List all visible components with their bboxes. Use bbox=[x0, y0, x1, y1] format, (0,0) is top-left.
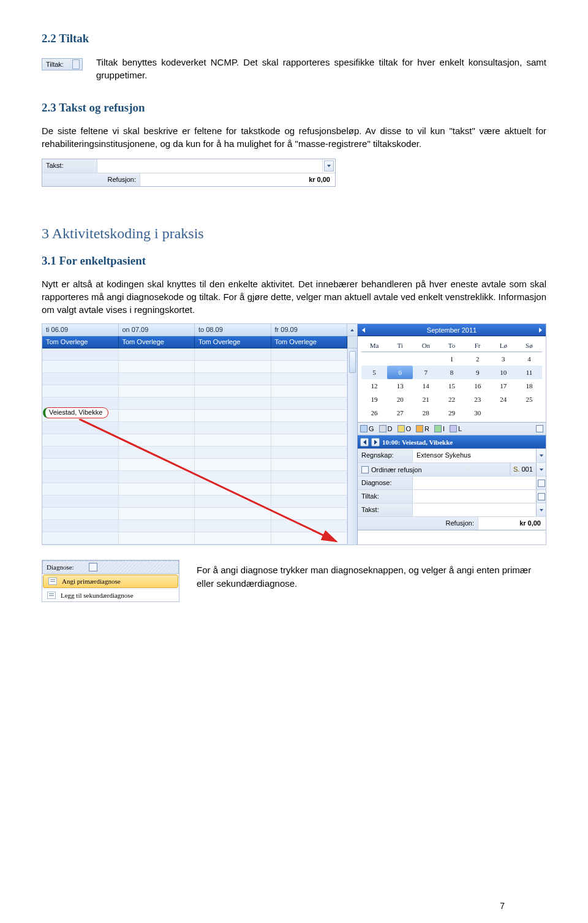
diagnose-input[interactable] bbox=[413, 477, 546, 489]
cal-day[interactable]: 24 bbox=[491, 393, 516, 406]
cal-day[interactable]: 28 bbox=[413, 406, 439, 420]
prev-appt-button[interactable] bbox=[360, 438, 369, 446]
cal-day[interactable]: 25 bbox=[516, 393, 542, 406]
calendar-grid[interactable]: Veiestad, Vibekke bbox=[42, 348, 347, 544]
cal-day[interactable] bbox=[387, 352, 413, 366]
cal-day[interactable]: 22 bbox=[439, 393, 464, 406]
cal-day[interactable]: 10 bbox=[491, 366, 516, 379]
cal-day[interactable]: 26 bbox=[361, 406, 387, 420]
cal-day[interactable]: 15 bbox=[439, 379, 464, 393]
cal-day[interactable]: 13 bbox=[387, 379, 413, 393]
takst-dropdown-button[interactable] bbox=[324, 160, 334, 171]
next-month-button[interactable] bbox=[535, 324, 546, 336]
appointment[interactable]: Veiestad, Vibekke bbox=[43, 407, 108, 418]
cal-day[interactable] bbox=[413, 352, 439, 366]
cal-day[interactable] bbox=[516, 406, 542, 420]
person-header[interactable]: Tom Overlege bbox=[42, 336, 119, 348]
day-header[interactable]: to 08.09 bbox=[195, 324, 271, 336]
type-icon bbox=[360, 425, 368, 432]
dropdown-button[interactable] bbox=[536, 503, 546, 516]
next-appt-button[interactable] bbox=[371, 438, 380, 446]
cal-day[interactable]: 27 bbox=[387, 406, 413, 420]
tiltak-input[interactable] bbox=[413, 490, 546, 503]
day-header[interactable]: fr 09.09 bbox=[271, 324, 348, 336]
menu-button-icon[interactable] bbox=[89, 563, 97, 571]
scrollbar-thumb[interactable] bbox=[349, 351, 356, 373]
settings-button[interactable] bbox=[536, 425, 543, 432]
person-header[interactable]: Tom Overlege bbox=[119, 336, 195, 348]
vertical-scrollbar[interactable] bbox=[347, 348, 357, 544]
ordinar-label: Ordinær refusjon bbox=[371, 466, 422, 473]
diagnose-label: Diagnose: bbox=[358, 477, 413, 489]
tiltak-label: Tiltak: bbox=[46, 61, 64, 68]
cal-day[interactable]: 29 bbox=[439, 406, 464, 420]
takst-input[interactable] bbox=[97, 159, 323, 173]
cal-day[interactable]: 12 bbox=[361, 379, 387, 393]
type-filter[interactable]: O bbox=[398, 425, 412, 432]
cal-day[interactable]: 17 bbox=[491, 379, 516, 393]
chevron-right-icon bbox=[374, 440, 377, 445]
scroll-up-button[interactable] bbox=[347, 324, 357, 336]
cal-day[interactable]: 5 bbox=[361, 366, 387, 379]
person-header[interactable]: Tom Overlege bbox=[271, 336, 348, 348]
cal-day[interactable] bbox=[491, 406, 516, 420]
cal-day[interactable]: 11 bbox=[516, 366, 542, 379]
day-header[interactable]: ti 06.09 bbox=[42, 324, 119, 336]
regnskap-input[interactable]: Extensor Sykehus bbox=[413, 449, 546, 462]
appt-nav-text: 10:00: Veiestad, Vibekke bbox=[382, 439, 453, 446]
checkbox-icon[interactable] bbox=[361, 466, 369, 473]
month-title: September 2011 bbox=[427, 326, 477, 334]
prev-month-button[interactable] bbox=[358, 324, 369, 336]
cal-day[interactable]: 3 bbox=[491, 352, 516, 366]
takst-input[interactable] bbox=[413, 503, 546, 516]
type-label: D bbox=[388, 425, 393, 432]
regnskap-value: Extensor Sykehus bbox=[413, 449, 536, 462]
cal-day[interactable]: 2 bbox=[465, 352, 491, 366]
cal-day[interactable]: 30 bbox=[465, 406, 491, 420]
menu-item-secondary-diag[interactable]: Legg til sekundærdiagnose bbox=[42, 589, 179, 601]
cal-day[interactable]: 16 bbox=[465, 379, 491, 393]
cal-day[interactable]: 21 bbox=[413, 393, 439, 406]
cal-day[interactable]: 19 bbox=[361, 393, 387, 406]
diagnose-button[interactable] bbox=[536, 477, 546, 489]
takst-label: Takst: bbox=[358, 503, 413, 516]
dropdown-button[interactable] bbox=[536, 463, 546, 476]
weekday-head: To bbox=[439, 339, 464, 352]
cal-day[interactable]: 8 bbox=[439, 366, 464, 379]
weekday-head: Fr bbox=[465, 339, 491, 352]
type-filter[interactable]: D bbox=[379, 425, 393, 432]
chevron-down-icon bbox=[327, 165, 331, 167]
type-filter[interactable]: L bbox=[450, 425, 462, 432]
dropdown-button[interactable] bbox=[536, 449, 546, 462]
cal-day-selected[interactable]: 6 bbox=[387, 366, 413, 379]
cal-day[interactable]: 1 bbox=[439, 352, 464, 366]
cal-day[interactable]: 23 bbox=[465, 393, 491, 406]
appointment-nav: 10:00: Veiestad, Vibekke bbox=[358, 435, 546, 449]
refusjon-label: Refusjon: bbox=[42, 173, 140, 186]
cal-day[interactable]: 20 bbox=[387, 393, 413, 406]
cal-day[interactable]: 18 bbox=[516, 379, 542, 393]
cal-day[interactable]: 14 bbox=[413, 379, 439, 393]
cal-day[interactable]: 9 bbox=[465, 366, 491, 379]
cal-day[interactable]: 4 bbox=[516, 352, 542, 366]
tiltak-button[interactable] bbox=[536, 490, 546, 503]
day-header[interactable]: on 07.09 bbox=[119, 324, 195, 336]
menu-item-primary-diag[interactable]: Angi primærdiagnose bbox=[43, 575, 178, 588]
person-header[interactable]: Tom Overlege bbox=[195, 336, 271, 348]
diagnose-label: Diagnose: bbox=[47, 563, 74, 571]
type-filter[interactable]: I bbox=[434, 425, 445, 432]
tiltak-field-snippet: Tiltak: bbox=[42, 58, 83, 70]
takst-label: Takst: bbox=[42, 159, 97, 173]
type-icon bbox=[379, 425, 386, 432]
cal-day[interactable] bbox=[361, 352, 387, 366]
type-icon bbox=[398, 425, 405, 432]
type-icon bbox=[416, 425, 423, 432]
mini-calendar[interactable]: Ma Ti On To Fr Lø Sø 1 2 bbox=[358, 336, 546, 422]
cal-day[interactable]: 7 bbox=[413, 366, 439, 379]
type-filter[interactable]: R bbox=[416, 425, 429, 432]
side-field[interactable]: S. 001 bbox=[510, 463, 546, 476]
type-label: L bbox=[458, 425, 462, 432]
chevron-left-icon bbox=[363, 440, 366, 445]
page-number: 7 bbox=[500, 900, 505, 913]
type-filter[interactable]: G bbox=[360, 425, 374, 432]
